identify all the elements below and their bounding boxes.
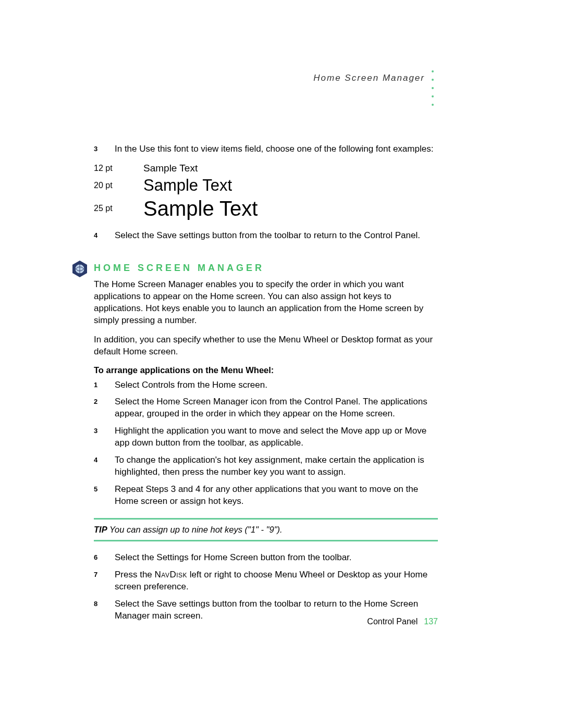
section-heading: HOME SCREEN MANAGER [94, 263, 438, 274]
page-footer: Control Panel137 [367, 617, 438, 626]
font-size-label: 12 pt [94, 164, 143, 173]
tip-text: You can assign up to nine hot keys ("1" … [107, 525, 283, 534]
globe-icon [70, 260, 89, 280]
step-text: Select the Settings for Home Screen butt… [115, 552, 438, 564]
step-number: 4 [94, 454, 115, 464]
content-area: 3 In the Use this font to view items fie… [94, 143, 438, 627]
dot-icon [432, 95, 434, 97]
document-page: Home Screen Manager 3 In the Use this fo… [0, 0, 563, 728]
step-text-pre: Press the [115, 570, 155, 579]
font-sample-text: Sample Text [143, 176, 232, 195]
navdisk-smallcaps: NavDisk [155, 570, 188, 579]
font-sample-text: Sample Text [143, 197, 258, 220]
page-number: 137 [424, 617, 438, 626]
step-text: Select the Save settings button from the… [115, 230, 438, 242]
font-size-label: 25 pt [94, 204, 143, 213]
step-item: 4 Select the Save settings button from t… [94, 230, 438, 242]
dot-icon [432, 104, 434, 106]
font-sample-row: 12 pt Sample Text [94, 163, 438, 174]
dot-icon [432, 79, 434, 81]
dot-icon [432, 70, 434, 72]
body-paragraph: The Home Screen Manager enables you to s… [94, 279, 438, 327]
procedure-subhead: To arrange applications on the Menu Whee… [94, 365, 438, 375]
step-number: 5 [94, 484, 115, 493]
font-sample-row: 20 pt Sample Text [94, 176, 438, 195]
step-number: 8 [94, 598, 115, 608]
step-item: 7 Press the NavDisk left or right to cho… [94, 569, 438, 593]
running-header: Home Screen Manager [313, 73, 425, 83]
step-text: Press the NavDisk left or right to choos… [115, 569, 438, 593]
decorative-dots [432, 70, 434, 106]
tip-callout: TIP You can assign up to nine hot keys (… [94, 518, 438, 541]
procedure-list-b: 6 Select the Settings for Home Screen bu… [94, 552, 438, 622]
step-text: Select the Home Screen Manager icon from… [115, 396, 438, 420]
step-text: Repeat Steps 3 and 4 for any other appli… [115, 484, 438, 508]
step-number: 4 [94, 230, 115, 239]
step-text: To change the application's hot key assi… [115, 454, 438, 478]
step-text: Select Controls from the Home screen. [115, 379, 438, 391]
footer-section: Control Panel [367, 617, 418, 626]
step-item: 4 To change the application's hot key as… [94, 454, 438, 478]
section-title: HOME SCREEN MANAGER [94, 263, 264, 274]
step-item: 1 Select Controls from the Home screen. [94, 379, 438, 391]
font-sample-row: 25 pt Sample Text [94, 197, 438, 220]
step-number: 2 [94, 396, 115, 405]
step-text: Highlight the application you want to mo… [115, 425, 438, 449]
step-item: 5 Repeat Steps 3 and 4 for any other app… [94, 484, 438, 508]
step-number: 3 [94, 425, 115, 435]
step-item: 3 In the Use this font to view items fie… [94, 143, 438, 155]
font-sample-table: 12 pt Sample Text 20 pt Sample Text 25 p… [94, 163, 438, 220]
step-item: 3 Highlight the application you want to … [94, 425, 438, 449]
step-number: 6 [94, 552, 115, 561]
font-sample-text: Sample Text [143, 163, 198, 174]
procedure-list-a: 1 Select Controls from the Home screen. … [94, 379, 438, 508]
step-item: 2 Select the Home Screen Manager icon fr… [94, 396, 438, 420]
font-size-label: 20 pt [94, 181, 143, 190]
tip-label: TIP [94, 525, 107, 534]
step-number: 1 [94, 379, 115, 389]
step-number: 7 [94, 569, 115, 578]
dot-icon [432, 87, 434, 89]
body-paragraph: In addition, you can specify whether to … [94, 334, 438, 358]
step-item: 6 Select the Settings for Home Screen bu… [94, 552, 438, 564]
step-text: In the Use this font to view items field… [115, 143, 438, 155]
step-number: 3 [94, 143, 115, 153]
